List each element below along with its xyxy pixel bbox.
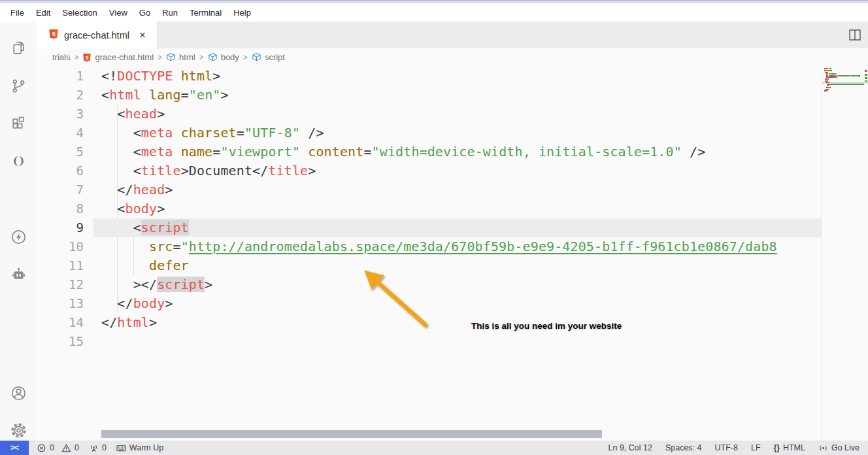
code-line: </html> [101,313,822,332]
line-number: 12 [69,275,84,294]
line-number: 15 [69,332,84,351]
split-editor-icon[interactable] [849,29,861,41]
menu-item-terminal[interactable]: Terminal [184,5,227,20]
svg-text:5: 5 [86,54,89,60]
line-number: 6 [76,161,84,180]
line-number: 10 [69,237,84,256]
code-line: </body> [101,294,822,313]
dual-crescent-icon[interactable] [10,152,27,170]
remote-indicator[interactable]: >< [0,441,29,455]
activity-bar [0,22,37,441]
code-line: <title>Document</title> [101,161,822,180]
code-line: <html lang="en"> [101,86,822,105]
code-editor[interactable]: <!DOCTYPE html><html lang="en"> <head> <… [37,66,868,441]
code-line [101,332,822,351]
braces-icon: {} [774,443,780,452]
menu-item-go[interactable]: Go [133,5,156,20]
minimap-line [824,90,827,92]
code-line: <meta name="viewport" content="width=dev… [101,143,822,161]
minimap-line [824,84,864,85]
horizontal-scrollbar[interactable] [101,430,602,438]
menu-item-selection[interactable]: Selection [56,5,103,20]
line-number: 2 [76,86,84,105]
warning-icon [61,443,71,453]
ports-indicator[interactable]: 0 [89,443,107,453]
minimap-marker [865,74,867,76]
symbol-cube-icon [208,52,218,62]
code-line: <!DOCTYPE html> [101,67,822,86]
code-line: defer [101,256,822,275]
menu-item-help[interactable]: Help [227,5,257,20]
svg-text:5: 5 [52,31,56,37]
breadcrumb-symbol-body[interactable]: body [208,52,239,62]
line-number: 13 [69,294,84,313]
source-control-icon[interactable] [10,77,27,95]
problems-indicator[interactable]: 0 0 [37,443,79,453]
chevron-right-icon: > [199,53,204,62]
encoding-setting[interactable]: UTF-8 [715,443,738,452]
status-bar: >< 0 0 0 [0,441,868,455]
code-line: </head> [101,180,822,199]
symbol-cube-icon [252,52,261,62]
breadcrumb-folder[interactable]: trials [52,52,70,62]
editor-region: 5 grace-chat.html × trials > 5 [37,22,868,441]
menu-item-run[interactable]: Run [156,5,184,20]
files-icon[interactable] [10,39,27,57]
code-line: src="http://andromedalabs.space/me3da/67… [101,237,822,256]
symbol-cube-icon [166,52,176,62]
breadcrumb-file[interactable]: 5 grace-chat.html [82,52,154,62]
line-number: 4 [76,124,84,143]
chevron-right-icon: > [74,53,78,62]
code-line: ></script> [101,275,822,294]
breadcrumb: trials > 5 grace-chat.html > html > [37,48,868,66]
chevron-right-icon: > [243,53,248,62]
eol-setting[interactable]: LF [751,443,761,452]
language-mode[interactable]: {} HTML [774,443,805,452]
tab-grace-chat[interactable]: 5 grace-chat.html × [37,22,158,48]
menu-bar: FileEditSelectionViewGoRunTerminalHelp [0,3,868,22]
html5-file-icon: 5 [48,29,59,42]
menu-item-view[interactable]: View [103,5,133,20]
line-number: 5 [76,143,84,161]
error-icon [37,443,46,453]
task-indicator[interactable]: Warm Up [116,443,163,453]
keyboard-icon [116,443,126,453]
line-number: 3 [76,105,84,124]
line-number: 7 [76,180,84,199]
tab-bar: 5 grace-chat.html × [37,22,868,48]
minimap-marker [865,77,867,79]
settings-gear-icon[interactable] [10,422,27,439]
extensions-icon[interactable] [10,115,27,133]
menu-item-file[interactable]: File [5,5,30,20]
radio-tower-icon [89,443,99,453]
robot-icon[interactable] [10,265,27,283]
code-line: <head> [101,105,822,124]
line-number: 9 [76,218,84,237]
close-icon[interactable]: × [137,29,148,41]
vscode-window: FileEditSelectionViewGoRunTerminalHelp [0,0,868,455]
broadcast-icon [818,443,828,453]
tab-title: grace-chat.html [64,30,129,41]
line-number: 11 [69,256,84,275]
code-line: <script [101,218,822,237]
minimap-marker [865,70,867,72]
breadcrumb-symbol-html[interactable]: html [166,52,195,62]
cursor-position[interactable]: Ln 9, Col 12 [609,443,652,452]
minimap[interactable] [822,66,868,441]
go-live-button[interactable]: Go Live [818,443,860,453]
account-icon[interactable] [10,384,27,402]
html5-file-icon: 5 [82,53,92,62]
menu-item-edit[interactable]: Edit [30,5,56,20]
code-line: <body> [101,199,822,218]
indentation-setting[interactable]: Spaces: 4 [665,443,702,452]
code-viewport: <!DOCTYPE html><html lang="en"> <head> <… [37,66,822,441]
line-number: 14 [69,313,84,332]
line-number: 8 [76,199,84,218]
lightning-icon[interactable] [10,228,27,246]
line-number: 1 [76,67,84,86]
code-line: <meta charset="UTF-8" /> [101,124,822,143]
chevron-right-icon: > [158,53,162,62]
breadcrumb-symbol-script[interactable]: script [252,52,285,62]
